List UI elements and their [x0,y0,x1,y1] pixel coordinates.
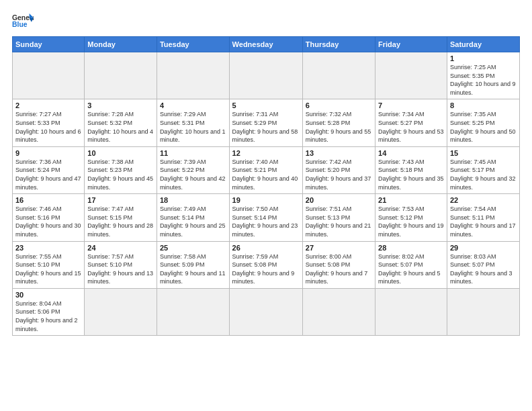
table-row: 26Sunrise: 7:59 AM Sunset: 5:08 PM Dayli… [229,241,302,288]
table-row: 10Sunrise: 7:38 AM Sunset: 5:23 PM Dayli… [85,146,157,193]
table-row [375,288,447,335]
table-row: 18Sunrise: 7:49 AM Sunset: 5:14 PM Dayli… [157,194,229,241]
col-saturday: Saturday [447,37,519,52]
calendar-header-row: Sunday Monday Tuesday Wednesday Thursday… [13,37,520,52]
table-row: 12Sunrise: 7:40 AM Sunset: 5:21 PM Dayli… [229,146,302,193]
col-thursday: Thursday [302,37,375,52]
col-wednesday: Wednesday [229,37,302,52]
col-sunday: Sunday [13,37,85,52]
table-row [157,288,229,335]
table-row: 6Sunrise: 7:32 AM Sunset: 5:28 PM Daylig… [302,99,375,146]
table-row: 1Sunrise: 7:25 AM Sunset: 5:35 PM Daylig… [447,52,519,99]
table-row: 14Sunrise: 7:43 AM Sunset: 5:18 PM Dayli… [375,146,447,193]
table-row [447,288,519,335]
table-row [13,52,85,99]
table-row: 20Sunrise: 7:51 AM Sunset: 5:13 PM Dayli… [302,194,375,241]
table-row: 19Sunrise: 7:50 AM Sunset: 5:14 PM Dayli… [229,194,302,241]
table-row [85,52,157,99]
table-row: 22Sunrise: 7:54 AM Sunset: 5:11 PM Dayli… [447,194,519,241]
table-row: 23Sunrise: 7:55 AM Sunset: 5:10 PM Dayli… [13,241,85,288]
table-row [85,288,157,335]
table-row: 4Sunrise: 7:29 AM Sunset: 5:31 PM Daylig… [157,99,229,146]
table-row [302,288,375,335]
table-row: 29Sunrise: 8:03 AM Sunset: 5:07 PM Dayli… [447,241,519,288]
table-row: 9Sunrise: 7:36 AM Sunset: 5:24 PM Daylig… [13,146,85,193]
table-row: 25Sunrise: 7:58 AM Sunset: 5:09 PM Dayli… [157,241,229,288]
table-row [302,52,375,99]
calendar-table: Sunday Monday Tuesday Wednesday Thursday… [12,36,520,336]
table-row: 8Sunrise: 7:35 AM Sunset: 5:25 PM Daylig… [447,99,519,146]
table-row: 30Sunrise: 8:04 AM Sunset: 5:06 PM Dayli… [13,288,85,335]
table-row [229,52,302,99]
table-row: 11Sunrise: 7:39 AM Sunset: 5:22 PM Dayli… [157,146,229,193]
table-row: 13Sunrise: 7:42 AM Sunset: 5:20 PM Dayli… [302,146,375,193]
table-row: 3Sunrise: 7:28 AM Sunset: 5:32 PM Daylig… [85,99,157,146]
table-row: 27Sunrise: 8:00 AM Sunset: 5:08 PM Dayli… [302,241,375,288]
table-row [229,288,302,335]
svg-text:Blue: Blue [12,21,28,28]
table-row: 17Sunrise: 7:47 AM Sunset: 5:15 PM Dayli… [85,194,157,241]
col-monday: Monday [85,37,157,52]
table-row: 2Sunrise: 7:27 AM Sunset: 5:33 PM Daylig… [13,99,85,146]
generalblue-logo-icon: General Blue [12,12,34,31]
table-row [375,52,447,99]
table-row: 28Sunrise: 8:02 AM Sunset: 5:07 PM Dayli… [375,241,447,288]
table-row: 5Sunrise: 7:31 AM Sunset: 5:29 PM Daylig… [229,99,302,146]
logo: General Blue [12,12,34,31]
col-friday: Friday [375,37,447,52]
table-row: 21Sunrise: 7:53 AM Sunset: 5:12 PM Dayli… [375,194,447,241]
table-row: 16Sunrise: 7:46 AM Sunset: 5:16 PM Dayli… [13,194,85,241]
col-tuesday: Tuesday [157,37,229,52]
table-row: 24Sunrise: 7:57 AM Sunset: 5:10 PM Dayli… [85,241,157,288]
table-row: 15Sunrise: 7:45 AM Sunset: 5:17 PM Dayli… [447,146,519,193]
table-row: 7Sunrise: 7:34 AM Sunset: 5:27 PM Daylig… [375,99,447,146]
table-row [157,52,229,99]
header: General Blue [12,12,520,31]
